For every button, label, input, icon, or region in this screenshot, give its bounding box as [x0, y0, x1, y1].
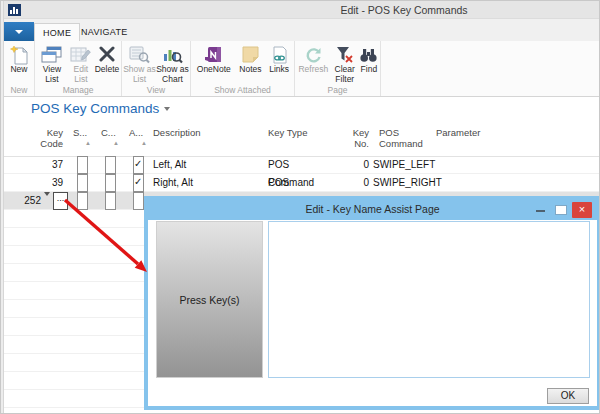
- sort-ascending-icon: ▲: [141, 140, 147, 146]
- maximize-icon[interactable]: [555, 205, 567, 215]
- assist-edit-button[interactable]: ...: [53, 192, 68, 210]
- group-label-page: Page: [296, 84, 379, 96]
- onenote-button[interactable]: OneNote: [192, 42, 236, 84]
- chevron-down-icon: [15, 30, 23, 34]
- refresh-icon: [304, 44, 323, 65]
- delete-button[interactable]: Delete: [94, 42, 120, 84]
- onenote-icon: [204, 44, 223, 65]
- dropdown-caret-icon[interactable]: [44, 192, 50, 210]
- show-as-chart-label: Show as Chart: [156, 65, 189, 84]
- delete-label: Delete: [95, 65, 120, 75]
- app-icon: [8, 4, 21, 16]
- column-header-key-no[interactable]: Key No.: [339, 127, 369, 149]
- find-binoculars-icon: [359, 44, 378, 65]
- column-header-select[interactable]: S...: [73, 127, 91, 138]
- links-button[interactable]: Links: [265, 42, 293, 84]
- cell-key-type: POS Command: [268, 156, 338, 174]
- delete-x-icon: [98, 44, 116, 65]
- column-header-alt[interactable]: A...: [129, 127, 147, 138]
- cell-pos-command: SWIPE_LEFT: [373, 156, 463, 174]
- ribbon: New New View List: [4, 41, 599, 97]
- find-label: Find: [361, 65, 378, 75]
- onenote-label: OneNote: [197, 65, 231, 75]
- sort-ascending-icon: ▲: [57, 140, 63, 146]
- table-row[interactable]: 37 Left, Alt POS Command 0 SWIPE_LEFT: [4, 156, 599, 174]
- show-as-chart-button[interactable]: Show as Chart: [156, 42, 189, 84]
- clear-filter-funnel-icon: [335, 44, 354, 65]
- ribbon-group-page: Refresh Clear Filter: [295, 41, 381, 96]
- column-header-key-type[interactable]: Key Type: [268, 127, 328, 138]
- show-as-list-icon: [129, 44, 150, 65]
- column-header-description[interactable]: Description: [153, 127, 253, 138]
- cell-description: Right, Alt: [153, 174, 263, 192]
- new-button[interactable]: New: [5, 42, 33, 84]
- group-label-view: View: [123, 84, 189, 96]
- show-as-list-label: Show as List: [123, 65, 156, 84]
- edit-list-button: Edit List: [68, 42, 94, 84]
- column-header-ctrl[interactable]: C...: [101, 127, 119, 138]
- page-title-dropdown-icon: [164, 107, 170, 111]
- refresh-button: Refresh: [296, 42, 331, 84]
- checkbox-ctrl[interactable]: [105, 156, 116, 174]
- column-header-parameter[interactable]: Parameter: [436, 127, 498, 138]
- show-as-list-button: Show as List: [123, 42, 156, 84]
- table-row[interactable]: 39 Right, Alt POS Command 0 SWIPE_RIGHT: [4, 174, 599, 192]
- cell-key-code: 37: [25, 156, 63, 174]
- cell-pos-command: SWIPE_RIGHT: [373, 174, 463, 192]
- view-list-button[interactable]: View List: [36, 42, 68, 84]
- close-icon[interactable]: ×: [572, 202, 592, 218]
- screen: Edit - POS Key Commands HOME NAVIGATE: [0, 0, 600, 414]
- ribbon-group-show-attached: OneNote Notes: [191, 41, 295, 96]
- sort-ascending-icon: ▲: [113, 140, 119, 146]
- ribbon-group-new: New New: [4, 41, 35, 96]
- page-title-text: POS Key Commands: [31, 101, 159, 116]
- key-name-display-field[interactable]: [268, 221, 590, 378]
- new-button-label: New: [10, 65, 27, 75]
- column-header-pos-command[interactable]: POS Command: [379, 127, 425, 149]
- checkbox-select[interactable]: [77, 174, 88, 192]
- view-list-label: View List: [36, 65, 68, 84]
- show-as-chart-icon: [162, 44, 183, 65]
- press-keys-label: Press Key(s): [179, 294, 239, 306]
- press-keys-button[interactable]: Press Key(s): [156, 221, 263, 378]
- window-title: Edit - POS Key Commands: [254, 4, 554, 16]
- checkbox-ctrl[interactable]: [105, 174, 116, 192]
- cell-key-type: POS Command: [268, 174, 338, 192]
- group-label-show-attached: Show Attached: [192, 84, 293, 96]
- notes-sticky-icon: [242, 44, 259, 65]
- view-list-icon: [41, 44, 62, 65]
- notes-button[interactable]: Notes: [236, 42, 266, 84]
- cell-key-code: 39: [25, 174, 63, 192]
- clear-filter-button[interactable]: Clear Filter: [331, 42, 359, 84]
- checkbox-alt[interactable]: [133, 156, 144, 174]
- ribbon-group-view: Show as List Show as Chart: [122, 41, 191, 96]
- notes-label: Notes: [239, 65, 261, 75]
- clear-filter-label: Clear Filter: [331, 65, 359, 84]
- edit-list-icon: [70, 44, 91, 65]
- dialog-body: Press Key(s) OK: [148, 220, 597, 406]
- sort-ascending-icon: ▲: [85, 140, 91, 146]
- cell-key-no: 0: [339, 156, 369, 174]
- checkbox-alt[interactable]: [133, 174, 144, 192]
- group-label-new: New: [5, 84, 33, 96]
- ribbon-tabrow: HOME NAVIGATE: [4, 19, 599, 41]
- checkbox-select[interactable]: [77, 192, 88, 210]
- assist-dialog: Edit - Key Name Assist Page × Press Key(…: [144, 196, 600, 410]
- ok-button[interactable]: OK: [547, 388, 589, 404]
- cell-key-no: 0: [339, 174, 369, 192]
- minimize-icon[interactable]: [536, 210, 545, 212]
- app-menu-button[interactable]: [4, 22, 34, 41]
- links-chain-icon: [271, 44, 288, 65]
- checkbox-alt[interactable]: [133, 192, 144, 210]
- checkbox-select[interactable]: [77, 156, 88, 174]
- page-title[interactable]: POS Key Commands: [31, 101, 170, 116]
- refresh-label: Refresh: [298, 65, 328, 75]
- cell-key-code: 252: [11, 192, 41, 210]
- find-button[interactable]: Find: [359, 42, 379, 84]
- dialog-titlebar[interactable]: Edit - Key Name Assist Page ×: [148, 200, 597, 220]
- window-titlebar[interactable]: Edit - POS Key Commands: [4, 1, 599, 19]
- edit-list-label: Edit List: [68, 65, 94, 84]
- dialog-title: Edit - Key Name Assist Page: [148, 203, 597, 215]
- tab-navigate[interactable]: NAVIGATE: [73, 23, 136, 41]
- checkbox-ctrl[interactable]: [105, 192, 116, 210]
